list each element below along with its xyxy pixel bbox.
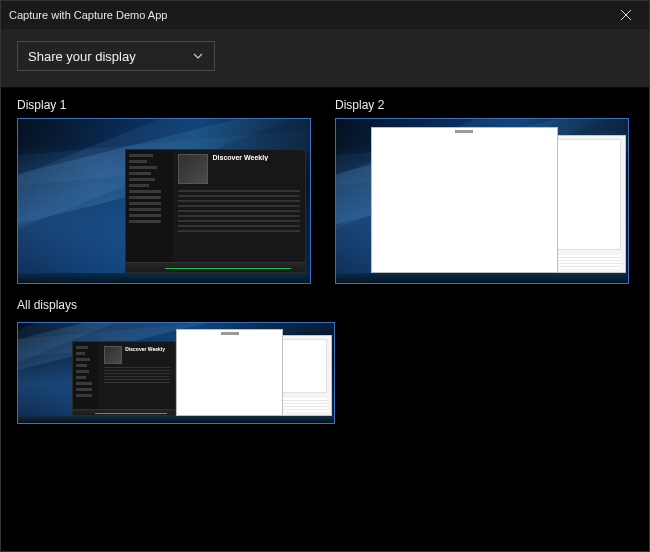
spotify-heading-small: Discover Weekly (125, 346, 170, 352)
window-title: Capture with Capture Demo App (9, 9, 611, 21)
share-mode-dropdown[interactable]: Share your display (17, 41, 215, 71)
close-button[interactable] (611, 1, 641, 29)
dropdown-label: Share your display (28, 49, 136, 64)
display-1-label: Display 1 (17, 98, 311, 112)
titlebar: Capture with Capture Demo App (1, 1, 649, 29)
header-row: Share your display (1, 29, 649, 88)
chevron-down-icon (192, 50, 204, 62)
content-area: Display 1 Discover Weekly (1, 88, 649, 552)
blank-window-preview-small (176, 329, 283, 416)
blank-window-preview (371, 127, 558, 273)
display-2-tile[interactable] (335, 118, 629, 284)
all-displays-label: All displays (17, 298, 633, 312)
display-1-tile[interactable]: Discover Weekly (17, 118, 311, 284)
close-icon (621, 10, 631, 20)
spotify-window-preview-small: Discover Weekly (72, 341, 176, 416)
spotify-heading: Discover Weekly (213, 154, 300, 161)
all-displays-tile[interactable]: Discover Weekly (17, 322, 335, 424)
display-2-label: Display 2 (335, 98, 629, 112)
spotify-window-preview: Discover Weekly (125, 149, 306, 273)
